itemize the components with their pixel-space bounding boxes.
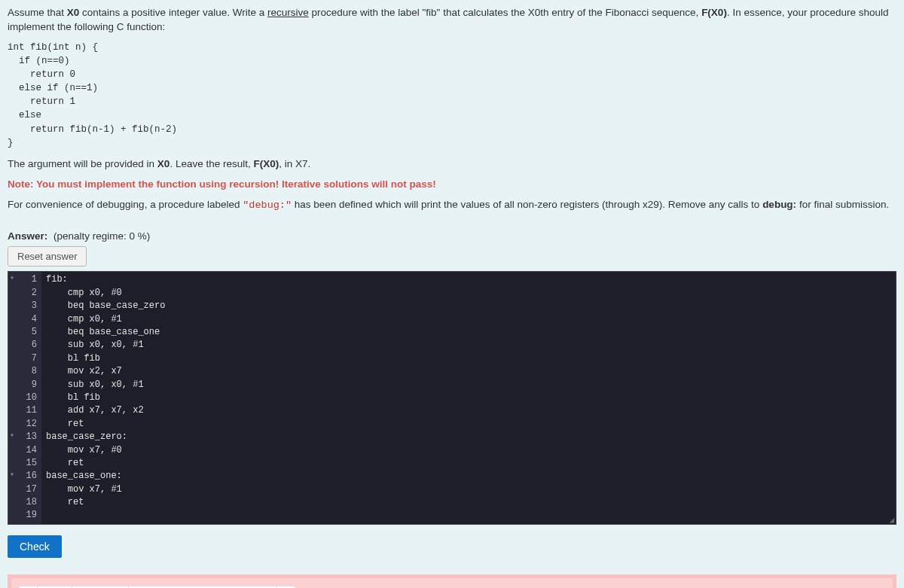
code-line[interactable]: cmp x0, #0 — [46, 287, 891, 300]
code-line[interactable]: bl fib — [46, 391, 891, 404]
code-line[interactable]: mov x7, #1 — [46, 483, 891, 496]
gutter-line: 19 — [8, 509, 37, 522]
gutter-line: 7 — [8, 352, 37, 365]
editor-code-area[interactable]: fib: cmp x0, #0 beq base_case_zero cmp x… — [41, 272, 896, 523]
code-line[interactable]: ret — [46, 418, 891, 431]
question-text: Assume that X0 contains a positive integ… — [8, 6, 896, 212]
code-line[interactable]: ret — [46, 457, 891, 470]
code-line[interactable]: mov x7, #0 — [46, 444, 891, 457]
gutter-line: ▾13 — [8, 431, 37, 443]
code-line[interactable]: beq base_case_zero — [46, 300, 891, 312]
note-line: Note: You must implement the function us… — [8, 178, 896, 192]
gutter-line: 11 — [8, 404, 37, 417]
code-line[interactable]: base_case_one: — [46, 470, 891, 483]
debug-label: "debug:" — [243, 200, 292, 211]
penalty-text: (penalty regime: 0 %) — [53, 230, 150, 242]
code-editor[interactable]: ▾123456789101112▾131415▾16171819 fib: cm… — [8, 271, 896, 524]
code-line[interactable]: beq base_case_one — [46, 326, 891, 339]
gutter-line: 4 — [8, 313, 37, 326]
code-line[interactable]: sub x0, x0, #1 — [46, 339, 891, 352]
code-line[interactable]: sub x0, x0, #1 — [46, 379, 891, 391]
txt: For convenience of debugging, a procedur… — [8, 199, 243, 210]
gutter-line: 6 — [8, 339, 37, 352]
code-line[interactable]: cmp x0, #1 — [46, 313, 891, 326]
answer-heading: Answer: — [8, 230, 47, 242]
txt: procedure with the label "fib" that calc… — [309, 7, 701, 18]
txt: . Leave the result, — [170, 158, 253, 169]
txt: The argument will be provided in — [8, 158, 157, 169]
gutter-line: 9 — [8, 379, 37, 391]
fold-icon[interactable]: ▾ — [10, 273, 14, 285]
reset-answer-button[interactable]: Reset answer — [8, 246, 87, 267]
txt: for final submission. — [796, 199, 889, 210]
txt: has been defined which will print the va… — [292, 199, 762, 210]
x0-2: X0 — [157, 158, 170, 169]
c-code-block: int fib(int n) { if (n==0) return 0 else… — [8, 41, 896, 150]
fold-icon[interactable]: ▾ — [10, 470, 14, 481]
fx0: F(X0) — [701, 7, 727, 18]
fold-icon[interactable]: ▾ — [10, 431, 14, 442]
recursive-word: recursive — [267, 7, 309, 18]
debug-word: debug: — [762, 199, 796, 210]
answer-label: Answer: (penalty regime: 0 %) — [8, 230, 896, 242]
gutter-line: 12 — [8, 418, 37, 431]
x0: X0 — [67, 7, 80, 18]
code-line[interactable]: bl fib — [46, 352, 891, 365]
fx0-2: F(X0) — [253, 158, 279, 169]
gutter-line: 17 — [8, 483, 37, 496]
check-button[interactable]: Check — [8, 535, 62, 558]
txt: Assume that — [8, 7, 67, 18]
gutter-line: 15 — [8, 457, 37, 470]
code-line[interactable]: add x7, x7, x2 — [46, 404, 891, 417]
gutter-line: 8 — [8, 365, 37, 378]
result-box: Test Expected Got ✔x0=0x7: 0x7: 0✔✔x0=1x… — [8, 574, 896, 588]
gutter-line: 10 — [8, 391, 37, 404]
gutter-line: ▾16 — [8, 470, 37, 483]
txt: , in X7. — [279, 158, 310, 169]
txt: contains a positive integer value. Write… — [79, 7, 267, 18]
code-line[interactable] — [46, 509, 891, 522]
gutter-line: 5 — [8, 326, 37, 339]
code-line[interactable]: mov x2, x7 — [46, 365, 891, 378]
gutter-line: 3 — [8, 300, 37, 312]
gutter-line: 18 — [8, 496, 37, 509]
code-line[interactable]: ret — [46, 496, 891, 509]
code-line[interactable]: base_case_zero: — [46, 431, 891, 443]
gutter-line: ▾1 — [8, 273, 37, 286]
gutter-line: 14 — [8, 444, 37, 457]
editor-gutter: ▾123456789101112▾131415▾16171819 — [8, 272, 41, 523]
gutter-line: 2 — [8, 287, 37, 300]
code-line[interactable]: fib: — [46, 273, 891, 286]
